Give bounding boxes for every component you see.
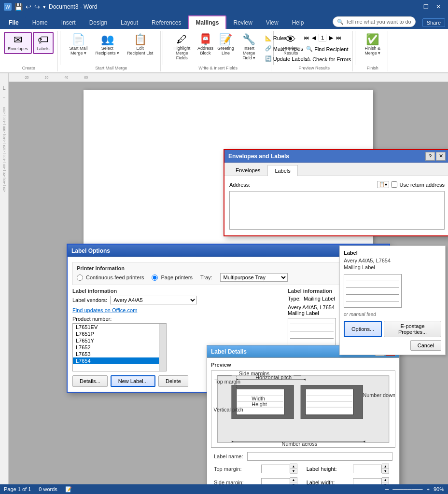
new-label-button[interactable]: New Label...	[111, 375, 155, 387]
tab-design[interactable]: Design	[83, 16, 114, 29]
details-button[interactable]: Details...	[72, 375, 108, 387]
prev-record-button[interactable]: ◀	[312, 35, 316, 41]
find-updates-link[interactable]: Find updates on Office.com	[72, 307, 283, 313]
scrollbar-thumb[interactable]	[159, 324, 166, 371]
product-L7652[interactable]: L7652	[73, 344, 159, 351]
recipients-icon: 👥	[101, 34, 114, 45]
tab-layout[interactable]: Layout	[114, 16, 145, 29]
label-height-up[interactable]: ▲	[382, 464, 389, 469]
select-recipients-button[interactable]: 👥 SelectRecipients ▾	[92, 32, 123, 58]
tab-review[interactable]: Review	[226, 16, 259, 29]
rules-icon: 📐	[265, 35, 272, 41]
env-labels-close[interactable]: ✕	[436, 152, 446, 161]
quick-save[interactable]: 💾	[14, 3, 23, 11]
tell-me-text: Tell me what you want to do	[346, 19, 411, 25]
product-L7651Y[interactable]: L7651Y	[73, 337, 159, 344]
tab-file[interactable]: File	[2, 16, 26, 29]
highlight-merge-fields-button[interactable]: 🖊 HighlightMerge Fields	[169, 32, 195, 63]
find-recipient-button[interactable]: 🔍 Find Recipient	[304, 44, 353, 54]
top-margin-up[interactable]: ▲	[290, 464, 297, 469]
use-return-address-label: Use return address	[399, 182, 445, 188]
quick-redo[interactable]: ↪	[34, 3, 40, 11]
insert-merge-field-button[interactable]: 🔧 Insert MergeField ▾	[237, 32, 262, 63]
label-width-up[interactable]: ▲	[382, 478, 389, 482]
tell-me-box[interactable]: 🔍 Tell me what you want to do	[333, 16, 416, 27]
start-merge-icon: 📄	[72, 34, 85, 45]
label-details-form: Label name: LP10/70 Create Labels Top ma…	[211, 451, 395, 488]
labels-label: Labels	[37, 46, 50, 51]
tab-home[interactable]: Home	[26, 16, 55, 29]
zoom-slider[interactable]: ────────	[392, 486, 422, 492]
preview-small-items: ⏮ ◀ 1 ▶ ⏭ 🔍 Find Recipient ⚠ Check for E…	[304, 32, 353, 64]
restore-button[interactable]: ❐	[420, 2, 432, 12]
vendor-select[interactable]: Avery A4/A5	[110, 296, 197, 304]
tray-select[interactable]: Multipurpose Tray	[220, 273, 288, 282]
product-L7654[interactable]: L7654	[73, 357, 159, 364]
continuous-feed-radio[interactable]	[77, 274, 83, 281]
greeting-line-button[interactable]: 📝 GreetingLine	[216, 32, 235, 58]
start-mail-merge-button[interactable]: 📄 Start MailMerge ▾	[66, 32, 91, 58]
panel-epostage-button[interactable]: E-postage Properties...	[384, 321, 441, 337]
zoom-in-button[interactable]: +	[427, 486, 430, 492]
delete-button[interactable]: Delete	[158, 375, 188, 387]
label-height-input[interactable]: 52 mm	[353, 465, 382, 473]
quick-customize[interactable]: ▾	[43, 4, 46, 10]
product-L7651P[interactable]: L7651P	[73, 330, 159, 337]
label-line-1	[290, 324, 334, 324]
share-label: Share	[427, 20, 441, 26]
side-margin-up[interactable]: ▲	[290, 478, 297, 482]
continuous-feed-label: Continuous-feed printers	[86, 274, 144, 280]
panel-options-button[interactable]: Options...	[344, 321, 382, 337]
product-listbox[interactable]: L7651EV L7651P L7651Y L7652 L7653 L7654	[72, 323, 159, 371]
zoom-out-button[interactable]: ─	[385, 486, 389, 492]
share-button[interactable]: Share	[422, 18, 445, 27]
finish-merge-button[interactable]: ✅ Finish &Merge ▾	[361, 32, 384, 58]
edit-recipient-list-button[interactable]: 📋 EditRecipient List	[124, 32, 156, 58]
tab-mailings[interactable]: Mailings	[188, 15, 226, 29]
product-L7653[interactable]: L7653	[73, 351, 159, 357]
tab-insert[interactable]: Insert	[55, 16, 83, 29]
svg-text:Width: Width	[252, 396, 265, 401]
tab-help[interactable]: Help	[285, 16, 311, 29]
panel-vendor: Avery A4/A5, L7654	[344, 258, 441, 263]
product-L7651EV[interactable]: L7651EV	[73, 324, 159, 330]
top-margin-input[interactable]: 18.5 mm	[261, 465, 290, 473]
env-labels-title: Envelopes and Labels	[228, 153, 289, 160]
page-printers-option[interactable]: Page printers	[152, 274, 192, 281]
tab-labels[interactable]: Labels	[267, 165, 297, 176]
address-block-button[interactable]: 📮 AddressBlock	[196, 32, 215, 58]
address-icon-btn[interactable]: 📋▾	[377, 181, 389, 188]
minimize-button[interactable]: ─	[407, 2, 419, 12]
finish-group-label: Finish	[367, 66, 378, 70]
last-record-button[interactable]: ⏭	[336, 35, 341, 41]
first-record-button[interactable]: ⏮	[304, 35, 309, 41]
env-labels-body: Address: 📋▾ Use return address	[224, 176, 448, 235]
label-height-down[interactable]: ▼	[382, 469, 389, 474]
envelopes-button[interactable]: ✉ Envelopes	[4, 32, 32, 54]
page-printers-radio[interactable]	[152, 274, 158, 281]
separator-1	[60, 31, 60, 65]
env-labels-help[interactable]: ?	[425, 152, 435, 161]
use-return-address-checkbox[interactable]	[391, 181, 397, 188]
finish-label: Finish &Merge ▾	[364, 46, 380, 55]
check-for-errors-button[interactable]: ⚠ Check for Errors	[304, 55, 353, 64]
label-name-input[interactable]: LP10/70 Create Labels	[247, 452, 392, 461]
top-margin-label: Top margin:	[211, 462, 258, 476]
preview-results-button[interactable]: 👁 PreviewResults	[280, 32, 302, 58]
mail-merge-items: 📄 Start MailMerge ▾ 👥 SelectRecipients ▾…	[66, 32, 157, 70]
nav-controls: ⏮ ◀ 1 ▶ ⏭	[304, 34, 353, 41]
panel-cancel-container: Cancel	[344, 340, 441, 351]
close-button[interactable]: ✕	[433, 2, 444, 12]
address-textarea[interactable]	[229, 191, 445, 230]
zoom-level: 90%	[434, 486, 444, 492]
tab-envelopes[interactable]: Envelopes	[228, 165, 267, 176]
tab-view[interactable]: View	[259, 16, 285, 29]
next-record-button[interactable]: ▶	[329, 35, 333, 41]
top-margin-down[interactable]: ▼	[290, 469, 297, 474]
panel-line-3	[346, 294, 399, 295]
continuous-feed-option[interactable]: Continuous-feed printers	[77, 274, 144, 281]
quick-undo[interactable]: ↩	[26, 3, 31, 11]
labels-button[interactable]: 🏷 Labels	[33, 32, 54, 54]
panel-cancel-button[interactable]: Cancel	[410, 340, 441, 351]
tab-references[interactable]: References	[145, 16, 188, 29]
